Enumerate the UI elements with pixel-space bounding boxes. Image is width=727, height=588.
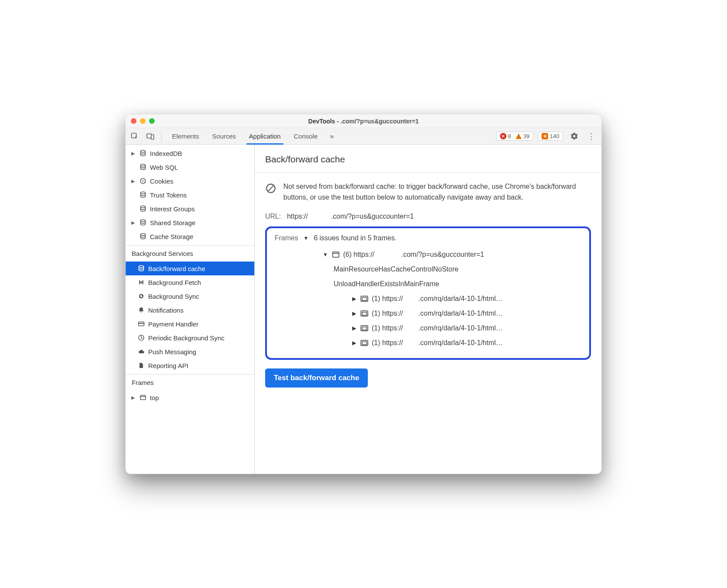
sidebar-item-shared-storage[interactable]: ▶ Shared Storage: [126, 216, 254, 229]
devtools-toolbar: Elements Sources Application Console » ✕…: [126, 128, 601, 145]
sidebar-item-label: Push Messaging: [148, 348, 196, 355]
warning-icon: [516, 133, 522, 139]
database-icon: [139, 191, 147, 198]
sidebar-item-label: Cookies: [150, 178, 173, 185]
chevron-down-icon[interactable]: ▼: [303, 235, 308, 241]
chevron-down-icon[interactable]: ▼: [322, 247, 328, 262]
inspect-element-button[interactable]: [128, 130, 141, 143]
frames-tree: ▼ (6) https:// .com/?p=us&guccounter=1 M…: [275, 247, 581, 350]
title-url: .com/?p=us&guccounter=1: [341, 118, 419, 125]
title-prefix: DevTools -: [308, 118, 341, 125]
tab-application[interactable]: Application: [243, 128, 287, 144]
sidebar-item-label: Periodic Background Sync: [148, 334, 224, 342]
errors-count: 8: [508, 133, 511, 139]
sidebar-item-periodic-background-sync[interactable]: Periodic Background Sync: [126, 331, 254, 345]
reason-text: MainResourceHasCacheControlNoStore: [334, 262, 458, 277]
url-label: URL:: [265, 213, 281, 220]
sidebar-item-background-fetch[interactable]: Background Fetch: [126, 275, 254, 289]
sidebar-item-reporting-api[interactable]: Reporting API: [126, 359, 254, 372]
svg-point-10: [141, 192, 146, 194]
sidebar-item-interest-groups[interactable]: Interest Groups: [126, 202, 254, 216]
iframe-icon: [360, 310, 368, 317]
devtools-window: DevTools - .com/?p=us&guccounter=1 Eleme…: [125, 114, 602, 474]
svg-rect-31: [362, 342, 367, 345]
svg-point-5: [140, 178, 146, 184]
sidebar-item-payment-handler[interactable]: Payment Handler: [126, 317, 254, 331]
separator: [161, 131, 162, 142]
sidebar-item-label: Trust Tokens: [150, 191, 187, 199]
sidebar-item-background-sync[interactable]: Background Sync: [126, 289, 254, 303]
application-panel: Back/forward cache Not served from back/…: [255, 145, 601, 474]
sidebar-item-label: Shared Storage: [150, 219, 195, 226]
url-row: URL: https:// .com/?p=us&guccounter=1: [265, 213, 591, 220]
error-icon: ✕: [500, 133, 506, 139]
device-toolbar-button[interactable]: [144, 130, 157, 143]
database-icon: [139, 205, 147, 212]
sidebar-item-websql[interactable]: Web SQL: [126, 160, 254, 174]
test-bfcache-button[interactable]: Test back/forward cache: [265, 368, 368, 388]
sidebar-item-label: Payment Handler: [148, 320, 198, 328]
tab-sources[interactable]: Sources: [206, 128, 242, 144]
frame-url: https:// .com/rq/darla/4-10-1/html…: [382, 295, 503, 302]
sidebar-item-top-frame[interactable]: ▶ top: [126, 391, 254, 404]
svg-point-14: [139, 265, 144, 267]
svg-rect-29: [362, 327, 367, 330]
console-status-badges[interactable]: ✕ 8 39: [496, 132, 534, 141]
reason-row: UnloadHandlerExistsInMainFrame: [334, 277, 581, 291]
database-icon: [139, 164, 147, 171]
svg-point-11: [141, 206, 146, 207]
top-frame-row[interactable]: ▼ (6) https:// .com/?p=us&guccounter=1: [322, 247, 581, 262]
issues-badge[interactable]: ✕ 140: [538, 132, 563, 141]
svg-point-3: [141, 150, 146, 152]
svg-point-12: [141, 220, 146, 221]
tab-console[interactable]: Console: [288, 128, 324, 144]
svg-point-9: [144, 182, 145, 183]
cookie-icon: [139, 178, 147, 184]
subframe-row[interactable]: ▶ (1) https:// .com/rq/darla/4-10-1/html…: [334, 306, 581, 321]
errors-badge[interactable]: ✕ 8: [500, 133, 511, 139]
database-icon: [139, 150, 147, 157]
application-sidebar: ▶ IndexedDB Web SQL ▶ Cookies: [126, 145, 255, 474]
sidebar-item-cookies[interactable]: ▶ Cookies: [126, 174, 254, 188]
card-icon: [137, 320, 146, 327]
chevron-right-icon[interactable]: ▶: [351, 291, 357, 306]
frame-url: https:// .com/rq/darla/4-10-1/html…: [382, 339, 503, 346]
sidebar-item-label: Background Fetch: [148, 279, 201, 286]
panel-tabs: Elements Sources Application Console: [166, 128, 324, 144]
chevron-right-icon[interactable]: ▶: [351, 336, 357, 350]
frames-label: Frames: [275, 234, 298, 242]
notice-text: Not served from back/forward cache: to t…: [283, 181, 591, 203]
chevron-right-icon[interactable]: ▶: [351, 306, 357, 321]
sidebar-item-notifications[interactable]: Notifications: [126, 303, 254, 317]
svg-point-6: [142, 180, 143, 181]
clock-icon: [137, 334, 146, 341]
chevron-right-icon[interactable]: ▶: [351, 321, 357, 336]
issues-icon: ✕: [542, 133, 548, 139]
subframe-row[interactable]: ▶ (1) https:// .com/rq/darla/4-10-1/html…: [334, 291, 581, 306]
sidebar-item-cache-storage[interactable]: Cache Storage: [126, 229, 254, 243]
iframe-icon: [360, 324, 368, 332]
subframe-row[interactable]: ▶ (1) https:// .com/rq/darla/4-10-1/html…: [334, 321, 581, 336]
svg-line-21: [268, 186, 274, 191]
more-tabs-button[interactable]: »: [326, 132, 338, 140]
window-icon: [139, 394, 147, 401]
sidebar-item-indexeddb[interactable]: ▶ IndexedDB: [126, 146, 254, 160]
sidebar-item-label: Interest Groups: [150, 205, 195, 213]
more-options-button[interactable]: ⋮: [585, 130, 598, 143]
sidebar-item-bfcache[interactable]: Back/forward cache: [126, 262, 254, 275]
sidebar-item-label: Background Sync: [148, 293, 199, 300]
sidebar-item-label: Notifications: [148, 307, 184, 314]
tab-elements[interactable]: Elements: [166, 128, 205, 144]
fetch-icon: [137, 279, 146, 286]
svg-rect-2: [151, 135, 154, 139]
subframe-row[interactable]: ▶ (1) https:// .com/rq/darla/4-10-1/html…: [334, 336, 581, 350]
warnings-badge[interactable]: 39: [516, 133, 529, 139]
frames-summary: 6 issues found in 5 frames.: [314, 234, 396, 242]
sidebar-item-push-messaging[interactable]: Push Messaging: [126, 345, 254, 359]
settings-button[interactable]: [568, 130, 581, 143]
svg-rect-22: [333, 252, 339, 257]
iframe-icon: [360, 339, 368, 347]
frame-url: https:// .com/rq/darla/4-10-1/html…: [382, 310, 503, 317]
sidebar-item-trust-tokens[interactable]: Trust Tokens: [126, 188, 254, 202]
titlebar: DevTools - .com/?p=us&guccounter=1: [126, 114, 601, 128]
